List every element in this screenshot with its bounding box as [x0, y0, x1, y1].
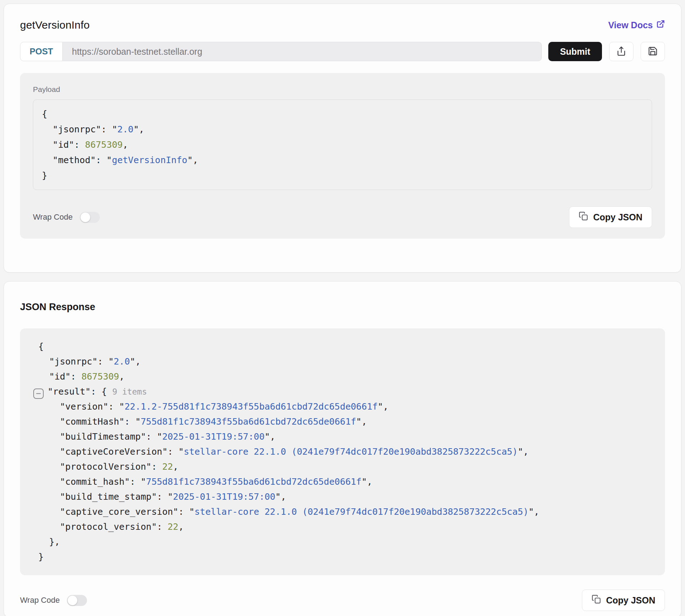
- url-group: POST: [20, 42, 542, 61]
- code-line: "jsonrpc": "2.0",: [42, 122, 643, 137]
- json-text: "captiveCoreVersion": ": [33, 446, 184, 457]
- json-text: "version": ": [33, 401, 125, 412]
- code-line: },: [33, 534, 652, 549]
- code-line: "protocolVersion": 22,: [33, 459, 652, 474]
- copy-icon: [592, 595, 601, 606]
- json-text: "commit_hash": ": [33, 476, 146, 487]
- json-text: "protocol_version":: [33, 522, 167, 532]
- json-string-value: 2025-01-31T19:57:00: [162, 431, 264, 442]
- json-text: ",: [529, 507, 539, 517]
- share-icon: [616, 46, 626, 57]
- response-panel: { "jsonrpc": "2.0", "id": 8675309,−"resu…: [20, 328, 665, 575]
- json-string-value: 22.1.2-755d81f1c738943f55ba6d61cbd72dc65…: [125, 401, 378, 412]
- json-string-value: 755d81f1c738943f55ba6d61cbd72dc65de0661f: [146, 476, 361, 487]
- json-string-value: 755d81f1c738943f55ba6d61cbd72dc65de0661f: [141, 416, 356, 427]
- json-string-value: 2.0: [114, 356, 130, 367]
- toggle-knob: [68, 596, 77, 605]
- json-string-value: getVersionInfo: [112, 155, 188, 165]
- share-button[interactable]: [609, 42, 633, 61]
- url-input[interactable]: [63, 42, 541, 61]
- json-text: ",: [361, 476, 372, 487]
- code-line: "id": 8675309,: [33, 369, 652, 384]
- code-line: "captiveCoreVersion": "stellar-core 22.1…: [33, 444, 652, 459]
- json-text: "buildTimestamp": ": [33, 431, 162, 442]
- json-text: ",: [133, 124, 144, 135]
- json-text: ",: [356, 416, 367, 427]
- code-line: }: [33, 549, 652, 564]
- json-text: "protocolVersion":: [33, 461, 162, 472]
- json-text: ,: [178, 522, 184, 532]
- request-card-header: getVersionInfo View Docs: [20, 19, 665, 31]
- payload-tools-row: Wrap Code Copy JSON: [33, 206, 652, 228]
- items-count-badge: 9 items: [112, 387, 147, 396]
- json-text: "id":: [33, 371, 81, 382]
- response-tools-row: Wrap Code Copy JSON: [20, 590, 665, 611]
- json-text: ,: [119, 371, 125, 382]
- json-number-value: 8675309: [85, 140, 122, 150]
- collapse-toggle-icon[interactable]: −: [33, 388, 44, 399]
- code-line: "buildTimestamp": "2025-01-31T19:57:00",: [33, 429, 652, 444]
- json-text: "method": ": [42, 155, 112, 165]
- code-line: "build_time_stamp": "2025-01-31T19:57:00…: [33, 489, 652, 504]
- code-line: "version": "22.1.2-755d81f1c738943f55ba6…: [33, 399, 652, 414]
- json-text: "jsonrpc": ": [42, 124, 117, 135]
- json-text: }: [33, 552, 44, 562]
- json-text: ",: [275, 492, 286, 502]
- payload-panel: Payload { "jsonrpc": "2.0", "id": 867530…: [20, 73, 665, 239]
- json-text: ",: [378, 401, 388, 412]
- payload-label: Payload: [33, 85, 652, 94]
- request-card: getVersionInfo View Docs POST Submit: [4, 4, 681, 273]
- response-title: JSON Response: [20, 302, 665, 313]
- json-text: "captive_core_version": ": [33, 507, 195, 517]
- copy-json-label: Copy JSON: [593, 212, 642, 223]
- json-text: {: [33, 341, 44, 352]
- submit-button[interactable]: Submit: [548, 42, 602, 61]
- copy-json-button[interactable]: Copy JSON: [582, 590, 665, 611]
- json-text: "commitHash": ": [33, 416, 141, 427]
- code-line: "id": 8675309,: [42, 137, 643, 152]
- copy-json-label: Copy JSON: [606, 595, 655, 606]
- json-text: ,: [123, 140, 128, 150]
- json-text: ,: [173, 461, 178, 472]
- code-line: }: [42, 168, 643, 183]
- code-line: "commit_hash": "755d81f1c738943f55ba6d61…: [33, 474, 652, 489]
- json-text: "id":: [42, 140, 85, 150]
- toggle-knob: [81, 212, 90, 222]
- code-line: "captive_core_version": "stellar-core 22…: [33, 504, 652, 519]
- wrap-code-label: Wrap Code: [20, 596, 60, 605]
- json-number-value: 22: [167, 522, 178, 532]
- json-text: ",: [264, 431, 275, 442]
- json-text: ",: [187, 155, 198, 165]
- wrap-code-toggle[interactable]: [80, 212, 100, 223]
- view-docs-link[interactable]: View Docs: [608, 20, 665, 30]
- copy-json-button[interactable]: Copy JSON: [569, 206, 652, 228]
- json-text: "jsonrpc": ": [33, 356, 114, 367]
- json-string-value: 2025-01-31T19:57:00: [173, 492, 275, 502]
- json-text: }: [42, 170, 47, 181]
- json-string-value: 2.0: [117, 124, 133, 135]
- json-text: {: [42, 109, 47, 119]
- wrap-code-control: Wrap Code: [20, 595, 87, 606]
- code-line: {: [42, 106, 643, 122]
- code-line: "jsonrpc": "2.0",: [33, 354, 652, 369]
- code-line: "method": "getVersionInfo",: [42, 152, 643, 168]
- json-text: },: [33, 537, 60, 547]
- json-text: ",: [130, 356, 141, 367]
- request-bar: POST Submit: [20, 42, 665, 61]
- code-line: {: [33, 339, 652, 354]
- response-card: JSON Response { "jsonrpc": "2.0", "id": …: [4, 281, 681, 616]
- json-text: "result": {: [48, 386, 112, 397]
- wrap-code-toggle[interactable]: [67, 595, 87, 606]
- http-method-badge: POST: [20, 42, 63, 61]
- payload-code-block[interactable]: { "jsonrpc": "2.0", "id": 8675309, "meth…: [33, 99, 652, 190]
- save-button[interactable]: [641, 42, 665, 61]
- json-text: ",: [518, 446, 529, 457]
- wrap-code-control: Wrap Code: [33, 212, 100, 223]
- json-number-value: 8675309: [81, 371, 119, 382]
- json-number-value: 22: [162, 461, 173, 472]
- external-link-icon: [656, 20, 665, 30]
- code-line: −"result": { 9 items: [33, 384, 652, 399]
- view-docs-label: View Docs: [608, 20, 653, 30]
- page-title: getVersionInfo: [20, 19, 90, 31]
- json-string-value: stellar-core 22.1.0 (0241e79f74dc017f20e…: [195, 507, 529, 517]
